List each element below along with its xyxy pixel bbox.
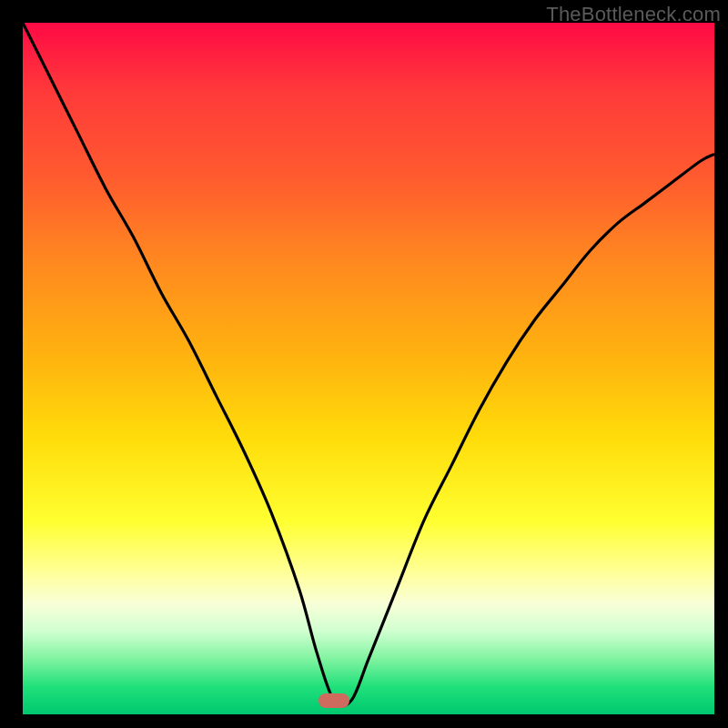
curve-layer: [23, 23, 714, 714]
optimal-marker: [318, 693, 349, 708]
chart-frame: TheBottleneck.com: [0, 0, 728, 728]
bottleneck-curve-path: [23, 23, 714, 706]
plot-area: [23, 23, 714, 714]
watermark-text: TheBottleneck.com: [546, 3, 721, 26]
